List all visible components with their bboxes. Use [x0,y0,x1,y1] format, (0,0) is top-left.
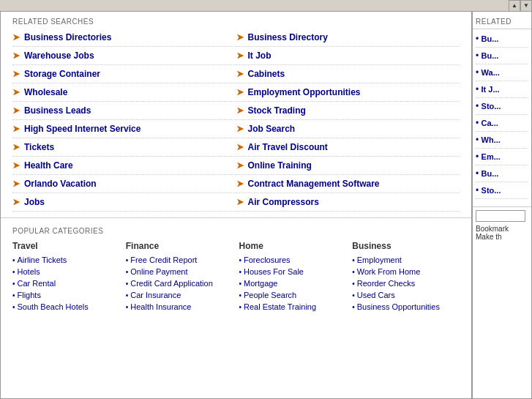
right-sidebar-link[interactable]: It J... [482,85,500,94]
list-item: Airline Tickets [12,254,120,266]
make-label: Make th [476,233,528,241]
category-link[interactable]: Online Payment [130,267,187,276]
arrow-icon: ➤ [236,87,244,97]
arrow-icon: ➤ [12,142,20,152]
category-link[interactable]: South Beach Hotels [18,302,89,311]
bullet-icon: • [476,118,482,128]
right-sidebar-link[interactable]: Bu... [482,51,499,60]
category-link[interactable]: Credit Card Application [130,279,213,288]
search-link[interactable]: Air Compressors [248,197,319,207]
search-item-right: ➤Employment Opportunities [236,83,460,102]
right-sidebar-link[interactable]: Ca... [482,119,498,127]
scroll-down-button[interactable]: ▼ [520,0,532,12]
search-link[interactable]: Warehouse Jobs [24,51,94,61]
search-link[interactable]: Health Care [24,160,73,171]
search-item-left: ➤High Speed Internet Service [12,120,236,138]
bullet-icon: • [476,152,482,162]
right-sidebar-items: • Bu...• Bu...• Wa...• It J...• Sto...• … [473,29,531,201]
list-item: Flights [12,289,120,301]
search-item-left: ➤Health Care [12,157,236,175]
category-link[interactable]: Free Credit Report [130,256,197,264]
search-link[interactable]: Storage Container [24,69,100,79]
search-link[interactable]: Wholesale [24,87,67,97]
right-sidebar-link[interactable]: Wa... [482,68,500,77]
category-link[interactable]: Car Rental [18,279,56,288]
category-column: TravelAirline TicketsHotelsCar RentalFli… [12,241,120,313]
category-link[interactable]: Used Cars [357,291,395,299]
category-link[interactable]: Business Opportunities [357,302,440,311]
search-item-right: ➤Cabinets [236,65,460,83]
list-item: Foreclosures [239,254,347,266]
list-item: South Beach Hotels [12,301,120,313]
search-link[interactable]: Employment Opportunities [248,87,361,97]
category-link[interactable]: Health Insurance [130,302,191,311]
right-sidebar-link[interactable]: Sto... [482,186,501,195]
search-item-left: ➤Business Leads [12,102,236,120]
list-item: People Search [239,289,347,301]
bookmark-input[interactable] [476,210,525,222]
category-link[interactable]: Reorder Checks [357,279,415,288]
category-link[interactable]: People Search [244,291,296,299]
list-item: Reorder Checks [352,277,460,289]
scroll-up-button[interactable]: ▲ [509,0,520,12]
category-link[interactable]: Houses For Sale [244,267,304,276]
related-searches-grid: ➤Business Directories➤Warehouse Jobs➤Sto… [1,29,471,212]
category-link[interactable]: Mortgage [244,279,277,288]
category-link[interactable]: Work From Home [357,267,421,276]
list-item: Online Payment [126,266,233,277]
category-title: Home [239,241,347,251]
search-link[interactable]: Contract Management Software [248,179,380,189]
search-link[interactable]: Job Search [248,124,296,134]
right-sidebar-link[interactable]: Wh... [482,135,501,144]
category-link[interactable]: Employment [357,256,402,264]
right-sidebar-link[interactable]: Bu... [482,169,499,178]
search-link[interactable]: Stock Trading [248,105,306,116]
right-sidebar-item: • Bu... [476,165,528,182]
search-link[interactable]: High Speed Internet Service [24,124,141,134]
list-item: Work From Home [352,266,460,277]
search-item-left: ➤Orlando Vacation [12,175,236,193]
search-link[interactable]: Air Travel Discount [248,142,328,152]
search-link[interactable]: Cabinets [248,69,285,79]
search-item-right: ➤Air Compressors [236,193,460,212]
right-sidebar-item: • Em... [476,149,528,165]
arrow-icon: ➤ [236,124,244,134]
category-title: Business [352,241,460,251]
right-sidebar-item: • Bu... [476,48,528,64]
left-column: ➤Business Directories➤Warehouse Jobs➤Sto… [12,29,236,212]
category-link[interactable]: Airline Tickets [18,256,67,264]
list-item: Health Insurance [126,301,233,313]
bullet-icon: • [476,101,482,111]
list-item: Mortgage [239,277,347,289]
search-link[interactable]: Jobs [24,197,45,207]
arrow-icon: ➤ [12,105,20,116]
search-link[interactable]: Business Directories [24,32,111,42]
category-column: FinanceFree Credit ReportOnline PaymentC… [126,241,233,313]
search-link[interactable]: Business Leads [24,105,91,116]
right-sidebar-link[interactable]: Bu... [482,34,499,43]
list-item: Free Credit Report [126,254,233,266]
search-link[interactable]: Business Directory [248,32,328,42]
category-link[interactable]: Foreclosures [244,256,291,264]
bullet-icon: • [476,34,482,44]
search-link[interactable]: Tickets [24,142,54,152]
bullet-icon: • [476,51,482,61]
right-sidebar-item: • Wa... [476,64,528,81]
category-link[interactable]: Real Estate Training [244,302,316,311]
category-link[interactable]: Hotels [18,267,40,276]
related-searches-header: RELATED SEARCHES [1,12,471,29]
search-item-left: ➤Business Directories [12,29,236,47]
right-sidebar-link[interactable]: Em... [482,152,501,161]
search-item-left: ➤Jobs [12,193,236,212]
search-link[interactable]: Online Training [248,160,312,171]
arrow-icon: ➤ [12,124,20,134]
right-sidebar-header: RELATED [473,12,531,29]
search-item-right: ➤Contract Management Software [236,175,460,193]
bullet-icon: • [476,67,482,78]
search-link[interactable]: Orlando Vacation [24,179,97,189]
right-sidebar-link[interactable]: Sto... [482,102,501,111]
category-link[interactable]: Car Insurance [130,291,181,299]
search-link[interactable]: It Job [248,51,271,61]
category-link[interactable]: Flights [18,291,41,299]
categories-grid: TravelAirline TicketsHotelsCar RentalFli… [12,241,460,313]
